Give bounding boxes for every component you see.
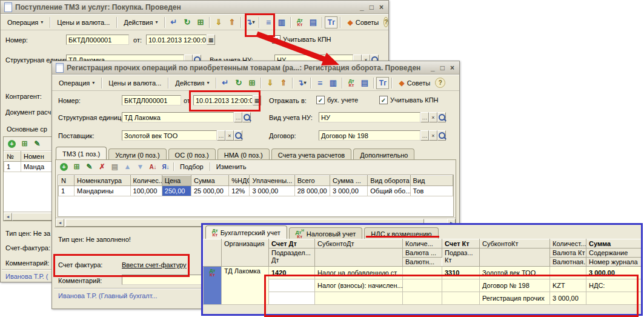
supplier-field[interactable]: Золотой век ТОО bbox=[122, 130, 217, 141]
magnifier-icon[interactable] bbox=[437, 112, 446, 122]
tab-vat-refund[interactable]: НДС к возмещению bbox=[364, 227, 438, 239]
settings-checklist-icon[interactable]: ▥ bbox=[275, 16, 288, 28]
move-down-icon[interactable]: ▼ bbox=[135, 162, 145, 172]
goods-in-icon[interactable]: ⇓ bbox=[264, 77, 276, 89]
cell-account-kt[interactable]: 3310 bbox=[442, 267, 480, 279]
cell-account-dt[interactable]: 1420 bbox=[269, 267, 315, 279]
goods-in-icon[interactable]: ⇓ bbox=[212, 16, 225, 28]
tab-additional[interactable]: Дополнительно bbox=[353, 148, 414, 160]
menu-prices-currency[interactable]: Цены и валюта... bbox=[53, 17, 114, 28]
tab-os[interactable]: ОС (0 поз.) bbox=[168, 148, 216, 160]
structure-list-icon[interactable]: ≡ bbox=[262, 16, 274, 28]
nu-field[interactable]: НУ bbox=[319, 112, 420, 122]
goods-out-icon[interactable]: ⇑ bbox=[277, 77, 290, 89]
cell-sum[interactable]: 3 000,00 bbox=[586, 267, 642, 279]
date-field[interactable]: 10.01.2013 12:00:01 bbox=[193, 95, 253, 105]
cell-currency-dt[interactable] bbox=[403, 279, 442, 292]
edit-row-icon[interactable]: ✎ bbox=[84, 162, 95, 172]
number-field[interactable]: БКТДЛ000001 bbox=[122, 95, 181, 105]
close-button[interactable]: × bbox=[450, 64, 454, 72]
cell-nomenclature[interactable]: Мандарины bbox=[75, 186, 130, 196]
cell-quantity-kt[interactable] bbox=[550, 267, 586, 279]
cell-total[interactable]: 28 000,00 bbox=[294, 186, 330, 196]
more-button[interactable]: … bbox=[217, 130, 225, 141]
cell-sum-vat[interactable]: 3 000,00 bbox=[330, 186, 368, 196]
calendar-icon[interactable]: ▦ bbox=[207, 35, 215, 45]
magnifier-icon[interactable] bbox=[242, 112, 251, 122]
cell-currency-kt[interactable]: KZT bbox=[550, 279, 586, 292]
column-header[interactable]: Номенклатура bbox=[75, 176, 130, 186]
tab-accounting[interactable]: ДтКт Бухгалтерский учет bbox=[205, 225, 287, 239]
column-header[interactable]: Валюта ... bbox=[403, 249, 442, 258]
column-header[interactable]: Содержание bbox=[586, 249, 642, 258]
tips-button[interactable]: ◆Советы bbox=[343, 16, 383, 28]
cell-price-selected[interactable]: 250,00 bbox=[162, 186, 191, 196]
more-button[interactable]: … bbox=[420, 112, 429, 122]
magnifier-icon[interactable] bbox=[234, 130, 242, 141]
cell-kind[interactable]: Тов bbox=[410, 186, 453, 196]
column-header[interactable]: Количес... bbox=[130, 176, 162, 186]
column-header[interactable]: Сумма bbox=[586, 239, 642, 249]
menu-actions[interactable]: Действия▾ bbox=[171, 78, 213, 88]
column-header[interactable]: Сумма ... bbox=[330, 176, 368, 186]
post-dropdown-icon[interactable]: ↴▾ bbox=[295, 77, 308, 89]
cell-currency-amount-kt[interactable]: 3 000,00 bbox=[550, 292, 586, 305]
goods-out-icon[interactable]: ⇑ bbox=[225, 16, 238, 28]
scroll-left-icon[interactable]: ◄ bbox=[4, 213, 12, 221]
cell-empty[interactable] bbox=[442, 292, 480, 305]
posting-row[interactable]: ДтКт ТД Лакомка 1420 Налог на добавленну… bbox=[204, 267, 642, 279]
cell-content[interactable]: НДС: bbox=[586, 279, 642, 292]
column-header[interactable]: Номер журнала bbox=[586, 258, 642, 267]
minimize-button[interactable]: _ bbox=[360, 3, 364, 12]
cell-turnover-kind[interactable]: Общий обо... bbox=[368, 186, 410, 196]
dtkt-icon[interactable]: ДтКт bbox=[345, 77, 357, 89]
cell-journal-number[interactable] bbox=[586, 292, 642, 305]
column-header[interactable]: СубконтоКт bbox=[480, 239, 550, 249]
titlebar[interactable]: Поступление ТМЗ и услуг: Покупка. Провед… bbox=[1, 1, 388, 14]
column-header[interactable]: N bbox=[59, 176, 75, 186]
column-header[interactable]: Уплаченны... bbox=[250, 176, 294, 186]
posting-row[interactable]: Регистрация прочих 3 000,00 bbox=[204, 292, 642, 305]
tab-nma[interactable]: НМА (0 поз.) bbox=[217, 148, 270, 160]
clear-button[interactable]: × bbox=[429, 112, 437, 122]
cell-currency-amount-dt[interactable] bbox=[403, 292, 442, 305]
tab-services[interactable]: Услуги (0 поз.) bbox=[108, 148, 166, 160]
number-field[interactable]: БКТДЛ000001 bbox=[66, 35, 129, 45]
more-button[interactable]: … bbox=[234, 112, 242, 122]
journal-icon[interactable]: ▤ bbox=[358, 77, 371, 89]
cell-row-number[interactable]: 1 bbox=[4, 162, 21, 172]
help-icon[interactable]: ? bbox=[383, 17, 388, 27]
journal-icon[interactable]: ▤ bbox=[307, 16, 319, 28]
tab-accounts[interactable]: Счета учета расчетов bbox=[271, 148, 351, 160]
scroll-left-icon[interactable]: ◄ bbox=[56, 219, 64, 227]
calendar-icon[interactable]: ▦ bbox=[253, 95, 261, 105]
posting-row[interactable]: Налог (взносы): начислен... Договор № 19… bbox=[204, 279, 642, 292]
save-icon[interactable]: ▤ bbox=[110, 162, 120, 172]
column-header[interactable]: Всего bbox=[294, 176, 330, 186]
column-header[interactable]: Вид оборота bbox=[368, 176, 410, 186]
add-row-icon[interactable]: + bbox=[59, 162, 69, 172]
column-header[interactable]: СубконтоДт bbox=[315, 239, 403, 249]
sort-asc-icon[interactable]: А↓ bbox=[148, 162, 158, 172]
menu-operation[interactable]: Операция▾ bbox=[3, 17, 47, 28]
kpn-checkbox[interactable]: ✓ Учитывать КПН bbox=[272, 35, 331, 44]
column-header[interactable]: Валютная... bbox=[550, 258, 586, 267]
move-up-icon[interactable]: ▲ bbox=[122, 162, 133, 172]
refresh-icon[interactable]: ↻ bbox=[232, 77, 245, 89]
maximize-button[interactable]: □ bbox=[440, 64, 445, 72]
font-settings-icon[interactable]: Тг bbox=[376, 77, 389, 89]
post-document-icon[interactable]: ↵ bbox=[219, 77, 231, 89]
refresh-icon[interactable]: ↻ bbox=[181, 16, 193, 28]
contract-field[interactable]: Договор № 198 bbox=[319, 130, 420, 141]
cell-vat-percent[interactable]: 12% bbox=[229, 186, 250, 196]
cell-paid[interactable]: 3 000,00 bbox=[250, 186, 294, 196]
column-header[interactable]: № bbox=[4, 152, 21, 162]
buh-checkbox[interactable]: ✓ бух. учете bbox=[316, 96, 358, 104]
column-header[interactable]: Количе... bbox=[403, 239, 442, 249]
column-header[interactable]: Вид bbox=[410, 176, 453, 186]
more-button[interactable]: … bbox=[420, 130, 429, 141]
settings-checklist-icon[interactable]: ▥ bbox=[327, 77, 339, 89]
edit-row-icon[interactable]: ✎ bbox=[32, 139, 42, 148]
column-header[interactable]: Валюта Кт bbox=[550, 249, 586, 258]
copy-document-icon[interactable]: ⊞ bbox=[245, 77, 258, 89]
